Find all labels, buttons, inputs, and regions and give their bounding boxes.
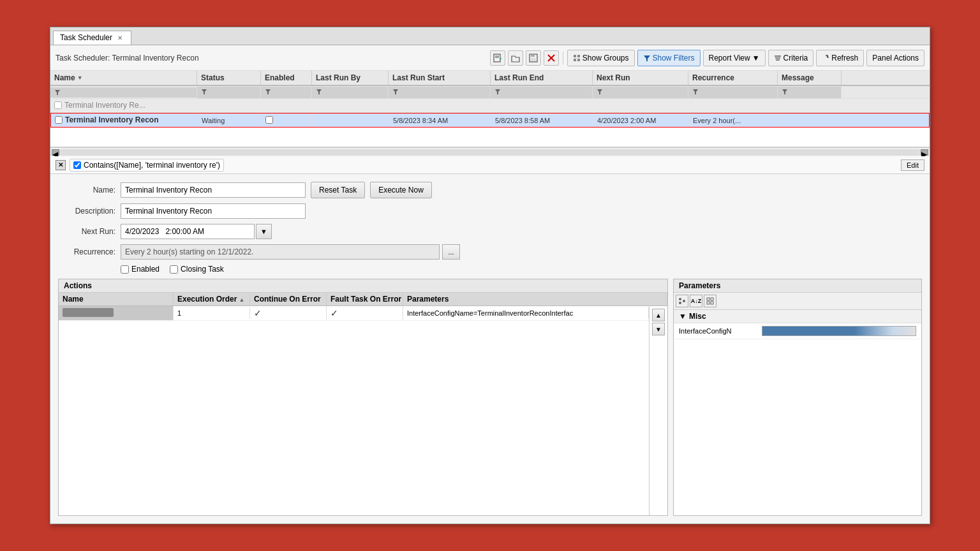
svg-rect-7 (531, 58, 536, 61)
filter-subrow-lastrunby (312, 87, 389, 98)
panel-actions-button[interactable]: Panel Actions (866, 50, 924, 66)
ghost-row-checkbox[interactable] (54, 101, 62, 109)
criteria-button[interactable]: Criteria (768, 50, 814, 66)
filter-subrow-enabled (261, 87, 312, 98)
filter-subrow-nextrun (593, 87, 688, 98)
svg-marker-25 (693, 89, 698, 94)
params-az-btn[interactable]: A↓Z (690, 295, 702, 307)
selected-row-nextrun: 4/20/2023 2:00 AM (593, 115, 689, 126)
action-row[interactable]: 1 ✓ ✓ InterfaceConfigName=TerminalInvent… (59, 306, 649, 321)
exec-sort-icon: ▲ (239, 297, 244, 303)
show-groups-button[interactable]: Show Groups (567, 50, 635, 66)
selected-row-status: Waiting (198, 115, 262, 126)
filter-subrow-message (778, 87, 842, 98)
filter-checkbox[interactable] (73, 161, 81, 169)
execute-now-btn[interactable]: Execute Now (370, 182, 432, 198)
acol-header-exec[interactable]: Execution Order ▲ (174, 293, 250, 305)
svg-rect-32 (707, 302, 709, 304)
svg-marker-14 (644, 55, 650, 61)
svg-marker-20 (265, 89, 271, 94)
form-row-name: Name: Reset Task Execute Now (58, 182, 922, 198)
show-filters-label: Show Filters (653, 54, 695, 62)
ghost-row-lastrunstart (389, 104, 491, 108)
task-scheduler-tab[interactable]: Task Scheduler ✕ (53, 31, 131, 45)
params-sort-btn[interactable] (676, 295, 688, 307)
filter-subrow-lastrunstart (389, 87, 491, 98)
reset-task-btn[interactable]: Reset Task (311, 182, 365, 198)
svg-rect-33 (711, 302, 713, 304)
closing-task-checkbox-label: Closing Task (170, 265, 224, 274)
recurrence-wrap: ... (121, 244, 460, 260)
params-misc-section[interactable]: ▼ Misc (674, 310, 921, 323)
ghost-row-nextrun (593, 104, 688, 108)
recurrence-input (121, 244, 440, 260)
recurrence-edit-btn[interactable]: ... (442, 244, 460, 260)
action-down-btn[interactable]: ▼ (652, 323, 665, 335)
col-lastrunby-label: Last Run By (316, 73, 360, 82)
svg-marker-24 (597, 89, 602, 94)
checkbox-row: Enabled Closing Task (121, 265, 922, 274)
delete-icon-btn[interactable] (544, 50, 559, 66)
tab-close-icon[interactable]: ✕ (115, 34, 124, 42)
action-cell-fault: ✓ (327, 306, 403, 320)
col-lastrunend-label: Last Run End (494, 73, 544, 82)
detail-panel: Name: Reset Task Execute Now Description… (50, 174, 930, 524)
filter-tag: Contains([Name], 'terminal inventory re'… (70, 159, 224, 172)
col-header-lastrunend[interactable]: Last Run End (491, 71, 593, 85)
scroll-right-btn[interactable]: ▶ (921, 149, 928, 156)
recurrence-label: Recurrence: (58, 247, 115, 256)
params-collapse-icon: ▼ (679, 312, 687, 321)
col-header-lastrunstart[interactable]: Last Run Start (389, 71, 491, 85)
enabled-label: Enabled (131, 265, 160, 274)
acol-header-fault[interactable]: Fault Task On Error (327, 293, 403, 305)
col-header-nextrun[interactable]: Next Run (593, 71, 688, 85)
scrollbar-track[interactable] (59, 149, 921, 156)
ghost-grid-row[interactable]: Terminal Inventory Re... (50, 99, 930, 113)
enabled-checkbox-label: Enabled (121, 265, 160, 274)
show-filters-button[interactable]: Show Filters (637, 50, 701, 66)
action-up-btn[interactable]: ▲ (652, 309, 665, 321)
enabled-checkbox[interactable] (121, 265, 129, 274)
col-header-recurrence[interactable]: Recurrence (688, 71, 778, 85)
params-interface-row: InterfaceConfigN (674, 323, 921, 339)
col-header-name[interactable]: Name ▼ (50, 71, 197, 85)
svg-marker-23 (495, 89, 500, 94)
selected-grid-row[interactable]: Terminal Inventory Recon Waiting 5/8/202… (50, 113, 930, 128)
open-icon-btn[interactable] (508, 50, 523, 66)
scroll-left-btn[interactable]: ◀ (52, 149, 59, 156)
refresh-button[interactable]: Refresh (816, 50, 864, 66)
nextrun-dropdown-btn[interactable]: ▼ (256, 224, 272, 239)
col-header-enabled[interactable]: Enabled (261, 71, 312, 85)
acol-header-params[interactable]: Parameters (403, 293, 667, 305)
new-icon-btn[interactable] (490, 50, 505, 66)
actions-section: Actions Name Execution Order ▲ Continue … (58, 279, 922, 516)
params-value-bar[interactable] (762, 326, 916, 336)
col-header-lastrunby[interactable]: Last Run By (312, 71, 389, 85)
save-icon-btn[interactable] (526, 50, 541, 66)
nextrun-input[interactable] (121, 224, 255, 239)
horizontal-scrollbar[interactable]: ◀ ▶ (50, 147, 930, 156)
selected-row-enabled-cb[interactable] (265, 116, 273, 124)
clear-filter-btn[interactable]: ✕ (56, 160, 66, 170)
acol-header-continue[interactable]: Continue On Error (250, 293, 327, 305)
actions-header: Name Execution Order ▲ Continue On Error… (59, 293, 667, 306)
actions-controls: ▲ ▼ (649, 306, 667, 515)
toolbar: Task Scheduler: Terminal Inventory Recon… (50, 45, 930, 71)
description-input[interactable] (121, 203, 306, 219)
selected-row-checkbox[interactable] (55, 116, 63, 124)
closing-task-checkbox[interactable] (170, 265, 178, 274)
show-groups-label: Show Groups (583, 54, 629, 62)
panel-actions-label: Panel Actions (872, 54, 919, 62)
filter-edit-btn[interactable]: Edit (901, 159, 924, 171)
params-toolbar: A↓Z (674, 293, 921, 310)
name-input[interactable] (121, 182, 306, 198)
report-view-button[interactable]: Report View ▼ (703, 50, 766, 66)
col-header-message[interactable]: Message (778, 71, 842, 85)
filter-text: Contains([Name], 'terminal inventory re'… (84, 161, 220, 170)
svg-rect-10 (574, 55, 576, 57)
main-window: Task Scheduler ✕ Task Scheduler: Termina… (50, 27, 930, 524)
params-grid-btn[interactable] (704, 295, 716, 307)
col-header-status[interactable]: Status (197, 71, 261, 85)
ghost-row-status (197, 104, 261, 108)
acol-header-name[interactable]: Name (59, 293, 174, 305)
